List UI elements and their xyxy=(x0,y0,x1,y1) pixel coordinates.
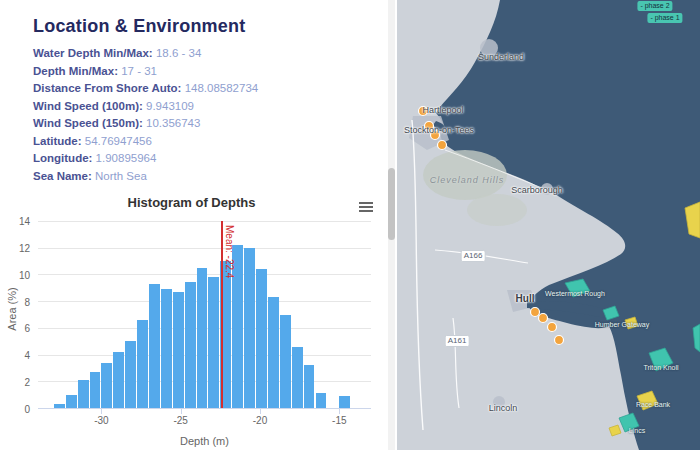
urban-sunderland xyxy=(480,39,498,57)
field-label: Wind Speed (150m): xyxy=(33,117,143,129)
y-tick-label: 12 xyxy=(19,242,30,253)
marker-icon xyxy=(425,122,434,131)
y-tick-label: 14 xyxy=(19,216,30,227)
field-row: Depth Min/Max: 17 - 31 xyxy=(33,63,397,81)
field-row: Wind Speed (150m): 10.356743 xyxy=(33,115,397,133)
y-tick-label: 2 xyxy=(24,377,30,388)
histogram-bar[interactable] xyxy=(78,380,89,408)
x-tick-label: -20 xyxy=(253,415,267,426)
field-label: Sea Name: xyxy=(33,170,92,182)
histogram-bar[interactable] xyxy=(208,277,219,408)
map-canvas xyxy=(397,0,700,450)
hills-terrain-2 xyxy=(467,194,527,226)
y-tick-label: 10 xyxy=(19,269,30,280)
histogram-bar[interactable] xyxy=(173,292,184,408)
histogram-bar[interactable] xyxy=(149,284,160,408)
field-value: 10.356743 xyxy=(143,117,201,129)
marker-icon xyxy=(419,107,428,116)
page-title: Location & Environment xyxy=(0,0,397,43)
y-axis-labels: 02468101214 xyxy=(2,221,34,409)
field-row: Distance From Shore Auto: 148.08582734 xyxy=(33,80,397,98)
chart-context-menu-icon[interactable] xyxy=(355,197,377,217)
field-label: Latitude: xyxy=(33,135,82,147)
y-tick-label: 6 xyxy=(24,323,30,334)
histogram-bar[interactable] xyxy=(66,395,77,408)
app-window: Location & Environment Water Depth Min/M… xyxy=(0,0,700,450)
field-label: Distance From Shore Auto: xyxy=(33,82,181,94)
x-tick-label: -30 xyxy=(94,415,108,426)
marker-icon xyxy=(548,323,557,332)
field-label: Wind Speed (100m): xyxy=(33,100,143,112)
marker-icon xyxy=(438,141,447,150)
y-tick-label: 0 xyxy=(24,404,30,415)
field-row: Longitude: 1.90895964 xyxy=(33,150,397,168)
histogram-bar[interactable] xyxy=(113,352,124,408)
x-tick-label: -15 xyxy=(332,415,346,426)
histogram-bar[interactable] xyxy=(280,315,291,409)
mean-plot-line xyxy=(221,221,223,408)
field-value: 1.90895964 xyxy=(92,152,156,164)
marker-icon xyxy=(531,308,540,317)
field-value: 17 - 31 xyxy=(118,65,157,77)
depth-histogram-chart: Histogram of Depths Area (%) 02468101214… xyxy=(0,193,383,450)
y-tick-label: 8 xyxy=(24,296,30,307)
field-row: Latitude: 54.76947456 xyxy=(33,133,397,151)
histogram-bar[interactable] xyxy=(125,341,136,408)
chart-title: Histogram of Depths xyxy=(0,195,383,210)
histogram-bar[interactable] xyxy=(244,248,255,408)
field-value: 54.76947456 xyxy=(82,135,152,147)
x-axis-title: Depth (m) xyxy=(38,435,371,447)
mean-line-label: Mean: -22.4 xyxy=(224,225,235,278)
panel-scrollbar-thumb[interactable] xyxy=(388,168,395,240)
histogram-bar[interactable] xyxy=(161,289,172,408)
x-tick-label: -25 xyxy=(173,415,187,426)
field-label: Depth Min/Max: xyxy=(33,65,118,77)
histogram-bar[interactable] xyxy=(101,363,112,408)
marker-icon xyxy=(539,314,548,323)
urban-scarborough xyxy=(541,183,553,195)
field-value: North Sea xyxy=(92,170,147,182)
histogram-bar[interactable] xyxy=(316,393,327,408)
histogram-bar[interactable] xyxy=(137,320,148,408)
gridline xyxy=(38,221,371,222)
field-value: 9.943109 xyxy=(143,100,194,112)
location-environment-panel: Location & Environment Water Depth Min/M… xyxy=(0,0,397,450)
field-value: 18.6 - 34 xyxy=(153,47,202,59)
histogram-bar[interactable] xyxy=(90,372,101,408)
y-tick-label: 4 xyxy=(24,350,30,361)
field-row: Sea Name: North Sea xyxy=(33,168,397,186)
histogram-bar[interactable] xyxy=(268,297,279,408)
field-row: Water Depth Min/Max: 18.6 - 34 xyxy=(33,45,397,63)
histogram-bar[interactable] xyxy=(304,365,315,408)
x-axis-labels: -30-25-20-15 xyxy=(38,413,371,427)
fields: Water Depth Min/Max: 18.6 - 34Depth Min/… xyxy=(0,43,397,185)
field-label: Longitude: xyxy=(33,152,92,164)
gridline xyxy=(38,248,371,249)
urban-lincoln xyxy=(493,396,505,408)
field-row: Wind Speed (100m): 9.943109 xyxy=(33,98,397,116)
marker-icon xyxy=(431,131,440,140)
map-view[interactable]: SunderlandHartlepoolStockton-on-TeesClev… xyxy=(397,0,700,450)
histogram-bar[interactable] xyxy=(185,282,196,408)
histogram-bar[interactable] xyxy=(256,269,267,408)
histogram-bar[interactable] xyxy=(292,347,303,408)
histogram-bar[interactable] xyxy=(197,268,208,408)
field-value: 148.08582734 xyxy=(181,82,258,94)
histogram-bar[interactable] xyxy=(54,404,65,408)
plot-area: Mean: -22.4 xyxy=(38,221,371,409)
field-label: Water Depth Min/Max: xyxy=(33,47,153,59)
marker-icon xyxy=(555,336,564,345)
histogram-bar[interactable] xyxy=(339,396,350,408)
